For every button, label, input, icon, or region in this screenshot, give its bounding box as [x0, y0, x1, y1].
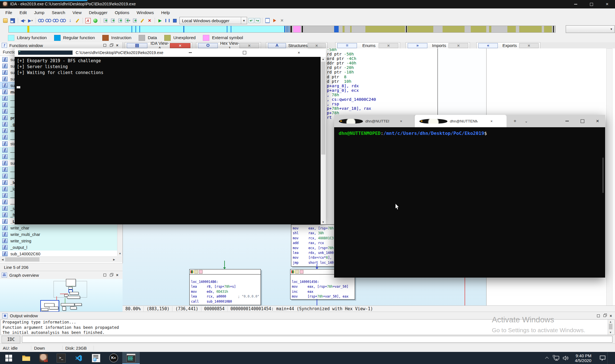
file-explorer-icon[interactable] — [17, 352, 35, 364]
view-tab[interactable]: O Hex View-1 × — [196, 42, 261, 48]
navigator-scale-select[interactable]: ▼ — [566, 25, 615, 33]
menu-item[interactable]: Help — [157, 8, 174, 16]
panel-float-icon[interactable] — [108, 273, 114, 277]
minimize-button[interactable] — [560, 115, 575, 127]
start-icon[interactable] — [0, 352, 17, 364]
clear-icon[interactable]: × — [279, 17, 285, 24]
graph-node-1[interactable]: loc_1400014B6:lea r8, [rsp+78h+s]mov edx… — [189, 269, 261, 305]
text-view-icon[interactable]: A — [85, 18, 91, 23]
panel-maximize-icon[interactable] — [102, 43, 108, 48]
panel-float-icon[interactable] — [601, 314, 608, 318]
menu-item[interactable]: Windows — [133, 8, 157, 16]
delete-icon[interactable]: × — [146, 17, 153, 24]
scroll-down-icon[interactable]: ▼ — [608, 330, 613, 335]
menu-item[interactable]: Edit — [16, 8, 30, 16]
view-tab[interactable]: ≡ Enums × — [335, 42, 400, 48]
tab-close-icon[interactable]: × — [389, 117, 413, 125]
terminal-tab-2-active[interactable]: dhn@NUTTENMOPED: /mnt/c/l × — [415, 115, 507, 127]
function-row[interactable]: ƒ sub_140002C60 — [0, 251, 117, 256]
function-row[interactable]: ƒ write_char — [0, 225, 117, 231]
hex-editor-icon[interactable] — [87, 352, 105, 364]
open-file-icon[interactable] — [3, 18, 8, 23]
add-name-icon[interactable]: + — [117, 17, 124, 24]
tab-dropdown-icon[interactable]: ⌄ — [521, 115, 532, 127]
idc-language-button[interactable]: IDC — [2, 336, 20, 343]
close-button[interactable]: × — [590, 115, 605, 127]
minimize-button[interactable] — [163, 48, 217, 57]
volume-icon[interactable] — [561, 352, 571, 364]
back-icon[interactable]: ◀ — [20, 17, 26, 24]
scroll-left-icon[interactable]: ◀ — [0, 257, 5, 262]
search-next-icon[interactable] — [59, 17, 66, 24]
taskbar-clock[interactable]: 9:40 PM4/5/2020 — [571, 352, 598, 364]
idc-command-input[interactable] — [22, 336, 612, 343]
view-tab[interactable]: ▤ IDA View-A × — [125, 42, 192, 48]
menu-item[interactable]: Jump — [30, 8, 48, 16]
minimize-button[interactable] — [568, 0, 583, 8]
maximize-button[interactable] — [575, 115, 590, 127]
console-output[interactable]: [+] Ekoparty 2019 - BFS challenge[+] Ser… — [15, 57, 321, 224]
add-func-icon[interactable]: + — [124, 17, 131, 24]
terminal-tab-1[interactable]: dhn@NUTTENMOPED: /mnt/c/l × — [334, 115, 414, 127]
console-window[interactable]: C:\Users\dhn\Desktop\PoC\Eko2019\eko2019… — [15, 48, 326, 224]
tab-close-icon[interactable]: × — [519, 43, 539, 48]
command-prompt-icon[interactable]: >_ — [52, 352, 70, 364]
function-row[interactable]: ƒ write_string — [0, 238, 117, 244]
ida-icon[interactable] — [35, 352, 52, 364]
run-analysis-icon[interactable] — [93, 19, 97, 23]
functions-horizontal-scrollbar[interactable]: ◀ ▶ — [0, 256, 122, 262]
jump-down-icon[interactable]: ↓ — [67, 17, 74, 24]
menu-item[interactable]: File — [2, 8, 16, 16]
debugger-pause-icon[interactable] — [165, 19, 170, 22]
panel-maximize-icon[interactable] — [595, 314, 601, 318]
scrollbar-thumb[interactable] — [5, 257, 39, 262]
step-into-icon[interactable]: ↵ — [248, 18, 254, 23]
tab-close-icon[interactable]: × — [449, 43, 468, 48]
menu-item[interactable]: Options — [111, 8, 133, 16]
flag-icon[interactable] — [273, 19, 276, 22]
add-code-icon[interactable]: + — [102, 17, 109, 24]
console-scrollbar[interactable]: ▲ ▼ — [321, 57, 326, 224]
search-text-icon[interactable] — [45, 17, 52, 24]
terminal-output[interactable]: dhn@NUTTENMOPED:/mnt/c/Users/dhn/Desktop… — [334, 127, 605, 278]
console-titlebar[interactable]: C:\Users\dhn\Desktop\PoC\Eko2019\eko2019… — [15, 48, 326, 57]
panel-close-icon[interactable]: × — [608, 314, 614, 318]
hidden-icons-chevron[interactable] — [543, 352, 552, 364]
panel-float-icon[interactable] — [108, 43, 114, 48]
graph-node-3[interactable]: mov eax, [rsp+78hshl rax, 38hmov rcx, 48… — [291, 224, 336, 267]
scrollbar-thumb[interactable] — [609, 324, 612, 329]
close-button[interactable]: × — [599, 0, 615, 8]
add-xref-icon[interactable]: + — [132, 17, 138, 24]
panel-close-icon[interactable]: × — [114, 43, 120, 48]
vscode-icon[interactable] — [70, 352, 87, 364]
scrollbar-thumb[interactable] — [321, 62, 325, 155]
action-center-icon[interactable] — [598, 352, 607, 364]
output-scrollbar[interactable]: ▲ ▼ — [608, 320, 614, 335]
tab-close-icon[interactable]: × — [478, 117, 505, 125]
terminal-window[interactable]: dhn@NUTTENMOPED: /mnt/c/l × dhn@NUTTENMO… — [334, 115, 605, 278]
view-tab[interactable]: « Exports × — [476, 42, 540, 48]
scroll-up-icon[interactable]: ▲ — [608, 320, 613, 324]
tab-close-icon[interactable]: × — [239, 43, 259, 48]
debugger-stop-icon[interactable] — [173, 19, 177, 23]
navigator-band[interactable] — [8, 26, 556, 33]
show-desktop-strip[interactable] — [607, 352, 615, 364]
graph-overview-header[interactable]: 品 Graph overview × — [0, 271, 123, 279]
scroll-right-icon[interactable]: ▶ — [112, 257, 117, 262]
scroll-down-icon[interactable]: ▼ — [321, 220, 326, 224]
breakpoint-list-icon[interactable] — [265, 18, 270, 23]
output-log[interactable]: Propagating type information...Function … — [1, 319, 614, 335]
chevron-down-icon[interactable]: ▼ — [241, 17, 247, 24]
panel-maximize-icon[interactable] — [102, 273, 108, 277]
view-tab[interactable]: » Imports × — [406, 42, 470, 48]
maximize-button[interactable] — [217, 48, 272, 57]
search-icon[interactable] — [37, 17, 44, 24]
network-icon[interactable] — [552, 352, 561, 364]
maximize-button[interactable] — [583, 0, 599, 8]
debugger-run-icon[interactable]: ▶ — [157, 17, 163, 24]
function-row[interactable]: ƒ _output_l — [0, 244, 117, 251]
tab-close-icon[interactable]: × — [170, 43, 190, 48]
right-panel-scrollbar[interactable] — [606, 48, 612, 306]
function-row[interactable]: ƒ write_multi_char — [0, 231, 117, 238]
terminal-tabbar[interactable]: dhn@NUTTENMOPED: /mnt/c/l × dhn@NUTTENMO… — [334, 115, 605, 127]
